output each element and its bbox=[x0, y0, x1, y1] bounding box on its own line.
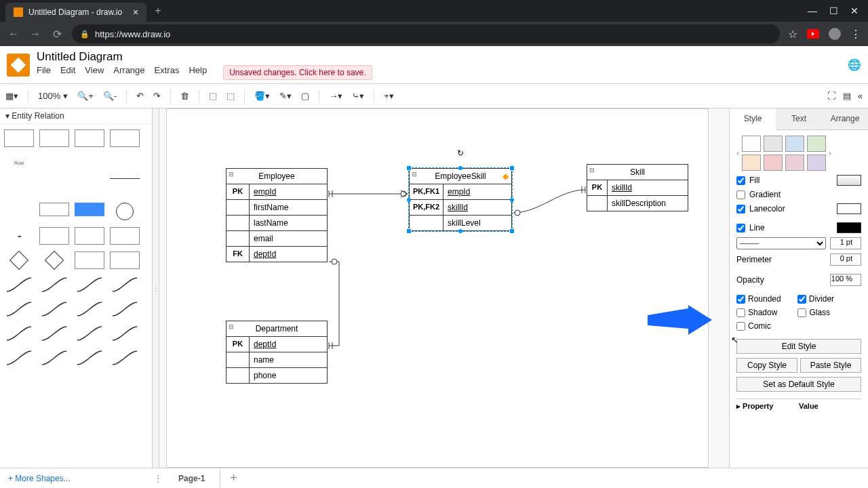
shape-edge[interactable] bbox=[39, 349, 69, 367]
connection-point[interactable] bbox=[510, 198, 514, 202]
shape-circle[interactable] bbox=[110, 203, 140, 220]
tab-arrange[interactable]: Arrange bbox=[822, 108, 868, 129]
connection-icon[interactable]: →▾ bbox=[329, 91, 342, 101]
shape-box[interactable] bbox=[75, 251, 104, 269]
maximize-icon[interactable]: ☐ bbox=[829, 5, 838, 16]
zoom-out-icon[interactable]: 🔍- bbox=[103, 91, 117, 101]
shape-edge[interactable] bbox=[39, 300, 69, 318]
undo-icon[interactable]: ↶ bbox=[136, 91, 144, 101]
shape-edge[interactable] bbox=[4, 276, 34, 293]
shape-diamond[interactable] bbox=[39, 251, 69, 269]
add-page-button[interactable]: + bbox=[220, 471, 247, 485]
shape-box[interactable] bbox=[39, 203, 69, 216]
fill-color-icon[interactable]: 🪣▾ bbox=[254, 91, 270, 101]
collapse-icon[interactable]: ⊟ bbox=[229, 323, 234, 330]
line-color-well[interactable] bbox=[837, 222, 861, 233]
shape-section-title[interactable]: ▾ Entity Relation bbox=[0, 108, 152, 124]
more-shapes-button[interactable]: + More Shapes... bbox=[0, 468, 153, 488]
shape-edge[interactable] bbox=[4, 300, 34, 318]
globe-icon[interactable]: 🌐 bbox=[848, 58, 861, 71]
rotate-handle-icon[interactable]: ↻ bbox=[457, 148, 464, 158]
line-width-input[interactable]: 1 pt bbox=[830, 237, 861, 249]
connection-point[interactable] bbox=[407, 198, 411, 202]
comic-checkbox[interactable] bbox=[736, 322, 745, 331]
shape-field[interactable] bbox=[4, 178, 34, 196]
document-title[interactable]: Untitled Diagram bbox=[37, 50, 372, 64]
shape-diamond[interactable] bbox=[4, 251, 34, 269]
to-back-icon[interactable]: ⬚ bbox=[226, 91, 235, 101]
shape-entity[interactable] bbox=[39, 227, 69, 245]
fill-checkbox[interactable] bbox=[736, 176, 745, 185]
entity-employee[interactable]: ⊟Employee PKempId firstName lastName ema… bbox=[226, 168, 328, 262]
shape-field[interactable] bbox=[39, 154, 69, 171]
page-menu-icon[interactable]: ⋮ bbox=[153, 474, 163, 483]
shape-edge[interactable] bbox=[39, 325, 69, 342]
color-swatch[interactable] bbox=[742, 155, 761, 171]
color-swatch[interactable] bbox=[807, 136, 826, 152]
zoom-in-icon[interactable]: 🔍+ bbox=[77, 91, 94, 101]
shape-cloud[interactable]: ☁ bbox=[4, 227, 34, 245]
zoom-dropdown[interactable]: 100% ▾ bbox=[38, 91, 68, 101]
gradient-checkbox[interactable] bbox=[736, 190, 745, 199]
entity-department[interactable]: ⊟Department PKdeptId name phone bbox=[226, 321, 328, 384]
resize-handle[interactable] bbox=[509, 228, 515, 234]
shape-note[interactable] bbox=[110, 251, 140, 269]
shape-entity[interactable] bbox=[75, 227, 104, 245]
entity-employeeskill[interactable]: ↻ ⊟EmployeeSkill ◆ PK,FK1empId PK,FK2ski… bbox=[409, 168, 512, 231]
shape-edge[interactable] bbox=[110, 349, 140, 367]
waypoint-icon[interactable]: ⤷▾ bbox=[352, 91, 364, 101]
connection-point[interactable] bbox=[458, 229, 462, 233]
resize-handle[interactable] bbox=[406, 228, 412, 234]
divider-checkbox[interactable] bbox=[797, 295, 806, 304]
shape-edge[interactable] bbox=[110, 300, 140, 318]
menu-help[interactable]: Help bbox=[189, 65, 207, 80]
shape-divider[interactable] bbox=[110, 178, 140, 196]
color-swatch[interactable] bbox=[764, 155, 783, 171]
fill-color-well[interactable] bbox=[837, 175, 861, 186]
menu-edit[interactable]: Edit bbox=[60, 65, 75, 80]
app-logo[interactable] bbox=[7, 54, 30, 77]
line-color-icon[interactable]: ✎▾ bbox=[279, 91, 292, 101]
redo-icon[interactable]: ↷ bbox=[153, 91, 161, 101]
shape-edge[interactable] bbox=[110, 276, 140, 293]
collapse-icon[interactable]: ⊟ bbox=[229, 171, 234, 178]
sidebar-collapse-handle[interactable]: ⋮ bbox=[153, 108, 159, 468]
add-icon[interactable]: +▾ bbox=[384, 91, 394, 101]
shape-edge[interactable] bbox=[75, 325, 104, 342]
perimeter-input[interactable]: 0 pt bbox=[830, 253, 861, 266]
menu-arrange[interactable]: Arrange bbox=[113, 65, 144, 80]
shape-edge[interactable] bbox=[4, 349, 34, 367]
layout-dropdown[interactable]: ▦▾ bbox=[5, 91, 18, 101]
color-swatch[interactable] bbox=[785, 155, 804, 171]
star-icon[interactable]: ☆ bbox=[788, 28, 797, 41]
shape-table[interactable] bbox=[39, 129, 69, 147]
fullscreen-icon[interactable]: ⛶ bbox=[827, 91, 836, 101]
glass-checkbox[interactable] bbox=[797, 308, 806, 317]
back-icon[interactable]: ← bbox=[7, 28, 20, 40]
rounded-checkbox[interactable] bbox=[736, 295, 745, 304]
collapse-panel-icon[interactable]: « bbox=[858, 91, 863, 101]
shape-edge[interactable] bbox=[4, 325, 34, 342]
shape-field[interactable] bbox=[75, 154, 104, 171]
minimize-icon[interactable]: — bbox=[808, 5, 817, 16]
shape-edge[interactable] bbox=[75, 300, 104, 318]
shape-row-label[interactable]: Row bbox=[4, 154, 34, 171]
color-swatch[interactable] bbox=[742, 136, 761, 152]
new-tab-button[interactable]: + bbox=[155, 5, 161, 17]
edit-style-button[interactable]: Edit Style bbox=[736, 339, 861, 354]
close-window-icon[interactable]: ✕ bbox=[850, 5, 859, 16]
swatch-prev-icon[interactable]: ‹ bbox=[736, 148, 739, 158]
kebab-menu-icon[interactable]: ⋮ bbox=[850, 28, 861, 41]
shape-entity[interactable] bbox=[110, 227, 140, 245]
avatar[interactable] bbox=[829, 28, 841, 40]
menu-extras[interactable]: Extras bbox=[155, 65, 180, 80]
tab-style[interactable]: Style bbox=[730, 108, 776, 130]
collapse-icon[interactable]: ⊟ bbox=[589, 167, 595, 174]
to-front-icon[interactable]: ⬚ bbox=[209, 91, 217, 101]
menu-view[interactable]: View bbox=[85, 65, 104, 80]
browser-tab[interactable]: Untitled Diagram - draw.io × bbox=[5, 3, 146, 22]
format-panel-icon[interactable]: ▤ bbox=[843, 91, 851, 101]
page-tab[interactable]: Page-1 bbox=[163, 470, 220, 487]
swatch-next-icon[interactable]: › bbox=[829, 148, 831, 158]
shape-edge[interactable] bbox=[110, 325, 140, 342]
